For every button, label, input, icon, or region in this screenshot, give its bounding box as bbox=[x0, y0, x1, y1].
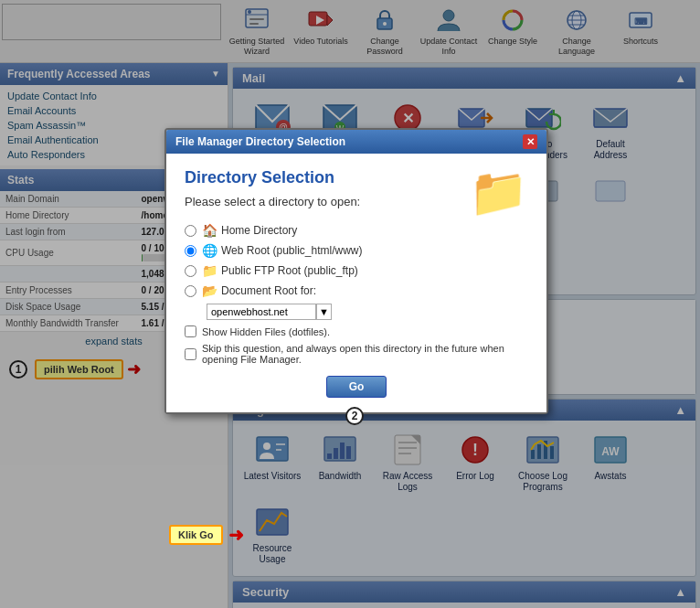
radio-ftp-input[interactable] bbox=[185, 265, 196, 277]
radio-web-root: 🌐 Web Root (public_html/www) bbox=[185, 243, 528, 258]
klik-go-annotation: Klik Go ➜ bbox=[169, 524, 244, 546]
radio-home-directory: 🏠 Home Directory bbox=[185, 223, 528, 238]
radio-webroot-label: Web Root (public_html/www) bbox=[221, 244, 363, 257]
radio-webroot-input[interactable] bbox=[185, 245, 196, 257]
radio-docroot-label: Document Root for: bbox=[221, 284, 316, 297]
klik-go-box: Klik Go bbox=[169, 525, 223, 545]
modal-folder-icon: 📁 bbox=[469, 168, 528, 216]
radio-docroot-input[interactable] bbox=[185, 285, 196, 297]
modal-body: 📁 Directory Selection Please select a di… bbox=[166, 154, 546, 412]
skip-question-checkbox[interactable] bbox=[185, 348, 196, 360]
radio-home-input[interactable] bbox=[185, 225, 196, 237]
go-button[interactable]: Go bbox=[326, 376, 387, 398]
show-hidden-checkbox[interactable] bbox=[185, 325, 196, 337]
klik-go-arrow-icon: ➜ bbox=[228, 524, 244, 546]
modal-titlebar: File Manager Directory Selection ✕ bbox=[166, 130, 546, 154]
radio-doc-root: 📂 Document Root for: bbox=[185, 283, 528, 298]
doc-root-dropdown-button[interactable]: ▼ bbox=[316, 304, 332, 320]
radio-home-label: Home Directory bbox=[221, 224, 297, 237]
webroot-icon: 🌐 bbox=[202, 243, 217, 258]
doc-root-text-input[interactable] bbox=[207, 304, 316, 320]
docroot-icon: 📂 bbox=[202, 283, 217, 298]
show-hidden-label: Show Hidden Files (dotfiles). bbox=[202, 326, 330, 337]
annotation-2-group: 2 bbox=[345, 407, 367, 425]
annotation-number-2: 2 bbox=[345, 407, 364, 425]
ftp-icon: 📁 bbox=[202, 263, 217, 278]
show-hidden-checkbox-row: Show Hidden Files (dotfiles). bbox=[185, 325, 528, 337]
doc-root-selector-row: ▼ bbox=[207, 304, 528, 320]
skip-question-label: Skip this question, and always open this… bbox=[202, 343, 528, 365]
file-manager-modal: File Manager Directory Selection ✕ 📁 Dir… bbox=[164, 128, 548, 414]
radio-ftp-label: Public FTP Root (public_ftp) bbox=[221, 264, 358, 277]
skip-question-checkbox-row: Skip this question, and always open this… bbox=[185, 343, 528, 365]
radio-ftp-root: 📁 Public FTP Root (public_ftp) bbox=[185, 263, 528, 278]
directory-radio-group: 🏠 Home Directory 🌐 Web Root (public_html… bbox=[185, 223, 528, 320]
home-icon: 🏠 bbox=[202, 223, 217, 238]
modal-titlebar-text: File Manager Directory Selection bbox=[175, 135, 345, 148]
modal-close-button[interactable]: ✕ bbox=[523, 134, 537, 149]
